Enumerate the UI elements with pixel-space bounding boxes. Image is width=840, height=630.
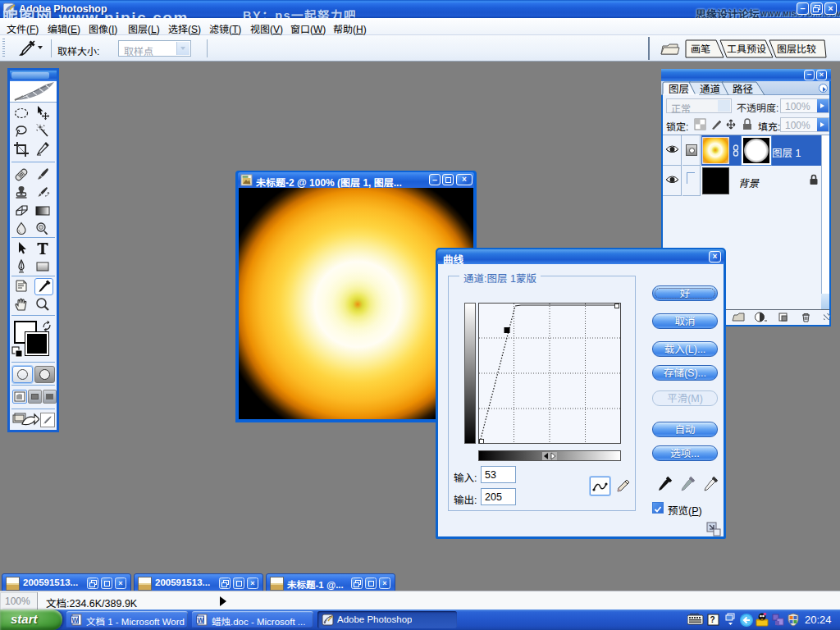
svg-text:图层比较: 图层比较	[777, 43, 816, 55]
svg-text:?: ?	[710, 615, 715, 624]
svg-text:画笔: 画笔	[691, 43, 710, 55]
svg-text:工具预设: 工具预设	[727, 43, 766, 55]
svg-text:路径: 路径	[733, 84, 753, 95]
svg-text:图层: 图层	[669, 84, 689, 95]
svg-text:W: W	[198, 616, 205, 624]
svg-text:W: W	[72, 616, 80, 624]
svg-text:通道: 通道	[700, 84, 721, 95]
